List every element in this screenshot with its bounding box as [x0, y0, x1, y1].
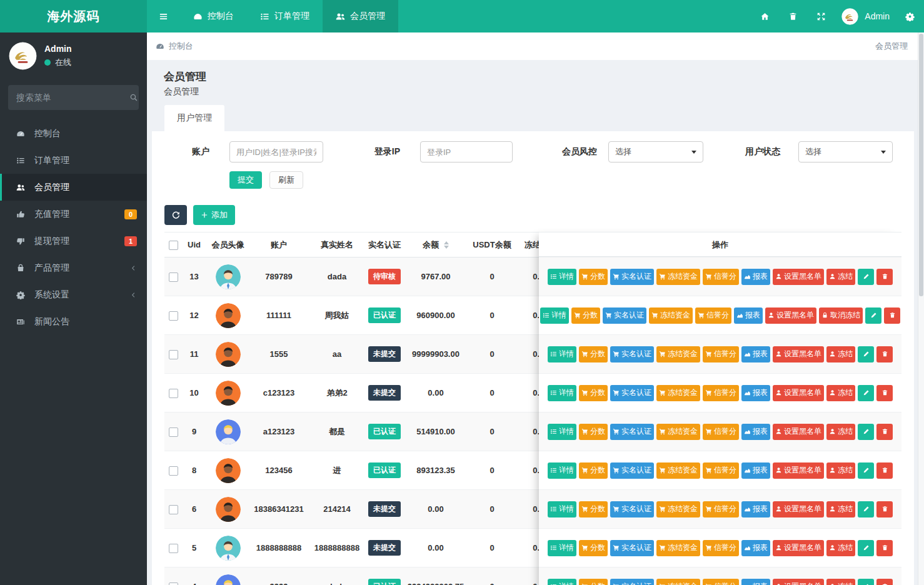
- sidebar-item-recharge[interactable]: 充值管理0: [0, 201, 147, 228]
- action-score-button[interactable]: 分数: [579, 424, 608, 440]
- action-delete-button[interactable]: [876, 269, 893, 285]
- action-real-name-auth-button[interactable]: 实名认证: [610, 346, 654, 362]
- action-real-name-auth-button[interactable]: 实名认证: [610, 385, 654, 401]
- action-freeze-button[interactable]: 冻结: [826, 540, 855, 556]
- row-checkbox[interactable]: [169, 389, 178, 398]
- nav-item-dashboard[interactable]: 控制台: [180, 0, 247, 32]
- sidebar-search-input[interactable]: [16, 92, 129, 102]
- action-real-name-auth-button[interactable]: 实名认证: [610, 579, 654, 585]
- action-freeze-funds-button[interactable]: 冻结资金: [656, 269, 700, 285]
- action-delete-button[interactable]: [876, 540, 893, 556]
- action-details-button[interactable]: 详情: [548, 269, 576, 285]
- action-score-button[interactable]: 分数: [579, 462, 608, 479]
- sidebar-item-withdraw[interactable]: 提现管理1: [0, 228, 147, 254]
- scrollbar[interactable]: [918, 32, 924, 585]
- action-edit-button[interactable]: [858, 385, 874, 401]
- action-report-button[interactable]: 报表: [734, 308, 763, 324]
- action-freeze-funds-button[interactable]: 冻结资金: [656, 462, 700, 479]
- action-details-button[interactable]: 详情: [548, 385, 576, 401]
- action-freeze-button[interactable]: 冻结: [826, 424, 855, 440]
- action-set-blacklist-button[interactable]: 设置黑名单: [773, 579, 824, 585]
- action-freeze-button[interactable]: 冻结: [826, 269, 855, 285]
- fullscreen-button[interactable]: [807, 0, 835, 32]
- action-edit-button[interactable]: [858, 346, 874, 362]
- action-edit-button[interactable]: [858, 269, 874, 285]
- action-details-button[interactable]: 详情: [548, 346, 576, 362]
- action-edit-button[interactable]: [858, 540, 874, 556]
- settings-button[interactable]: [896, 0, 924, 32]
- action-real-name-auth-button[interactable]: 实名认证: [610, 424, 654, 440]
- row-checkbox[interactable]: [169, 505, 178, 514]
- action-delete-button[interactable]: [876, 385, 893, 401]
- action-report-button[interactable]: 报表: [741, 424, 770, 440]
- action-real-name-auth-button[interactable]: 实名认证: [610, 501, 654, 518]
- action-real-name-auth-button[interactable]: 实名认证: [610, 540, 654, 556]
- action-set-blacklist-button[interactable]: 设置黑名单: [765, 308, 816, 324]
- action-score-button[interactable]: 分数: [579, 385, 608, 401]
- action-real-name-auth-button[interactable]: 实名认证: [610, 462, 654, 479]
- action-freeze-funds-button[interactable]: 冻结资金: [656, 385, 700, 401]
- action-credit-score-button[interactable]: 信誉分: [703, 462, 739, 479]
- action-score-button[interactable]: 分数: [579, 501, 608, 518]
- action-freeze-button[interactable]: 冻结: [826, 501, 855, 518]
- action-freeze-funds-button[interactable]: 冻结资金: [656, 424, 700, 440]
- table-refresh-button[interactable]: [164, 205, 187, 225]
- action-delete-button[interactable]: [876, 579, 893, 585]
- action-set-blacklist-button[interactable]: 设置黑名单: [773, 385, 824, 401]
- action-set-blacklist-button[interactable]: 设置黑名单: [773, 424, 824, 440]
- action-score-button[interactable]: 分数: [579, 346, 608, 362]
- action-delete-button[interactable]: [876, 424, 893, 440]
- row-checkbox[interactable]: [169, 428, 178, 437]
- action-freeze-funds-button[interactable]: 冻结资金: [656, 540, 700, 556]
- refresh-button[interactable]: 刷新: [269, 171, 303, 189]
- clear-cache-button[interactable]: [779, 0, 807, 32]
- row-checkbox[interactable]: [169, 582, 178, 585]
- action-score-button[interactable]: 分数: [579, 579, 608, 585]
- action-details-button[interactable]: 详情: [548, 424, 576, 440]
- action-score-button[interactable]: 分数: [571, 308, 600, 324]
- action-edit-button[interactable]: [858, 424, 874, 440]
- action-details-button[interactable]: 详情: [548, 462, 576, 479]
- home-button[interactable]: [751, 0, 779, 32]
- navbar-user[interactable]: Admin: [835, 8, 896, 25]
- action-set-blacklist-button[interactable]: 设置黑名单: [773, 346, 824, 362]
- row-checkbox[interactable]: [169, 272, 178, 282]
- action-credit-score-button[interactable]: 信誉分: [703, 424, 739, 440]
- sidebar-item-orders[interactable]: 订单管理: [0, 147, 147, 174]
- action-credit-score-button[interactable]: 信誉分: [703, 385, 739, 401]
- col-balance-header[interactable]: 余额: [403, 232, 468, 258]
- tab-user-management[interactable]: 用户管理: [164, 105, 224, 131]
- scrollbar-thumb[interactable]: [919, 34, 923, 296]
- sidebar-item-settings[interactable]: 系统设置: [0, 281, 147, 308]
- action-score-button[interactable]: 分数: [579, 540, 608, 556]
- action-freeze-button[interactable]: 冻结: [826, 385, 855, 401]
- action-edit-button[interactable]: [858, 579, 874, 585]
- action-freeze-button[interactable]: 冻结: [826, 462, 855, 479]
- row-checkbox[interactable]: [169, 311, 178, 321]
- action-report-button[interactable]: 报表: [741, 462, 770, 479]
- row-checkbox[interactable]: [169, 466, 178, 476]
- sidebar-toggle-button[interactable]: [147, 0, 180, 32]
- action-freeze-button[interactable]: 冻结: [826, 579, 855, 585]
- account-search-input[interactable]: [229, 141, 323, 162]
- nav-item-members[interactable]: 会员管理: [323, 0, 398, 32]
- sidebar-item-dashboard[interactable]: 控制台: [0, 120, 147, 147]
- action-credit-score-button[interactable]: 信誉分: [703, 501, 739, 518]
- action-real-name-auth-button[interactable]: 实名认证: [603, 308, 646, 324]
- action-edit-button[interactable]: [858, 501, 874, 518]
- action-report-button[interactable]: 报表: [741, 579, 770, 585]
- row-checkbox[interactable]: [169, 350, 178, 359]
- action-delete-button[interactable]: [876, 462, 893, 479]
- action-score-button[interactable]: 分数: [579, 269, 608, 285]
- action-report-button[interactable]: 报表: [741, 346, 770, 362]
- action-freeze-funds-button[interactable]: 冻结资金: [649, 308, 693, 324]
- submit-button[interactable]: 提交: [229, 171, 262, 189]
- action-edit-button[interactable]: [858, 462, 874, 479]
- sidebar-item-news[interactable]: 新闻公告: [0, 308, 147, 335]
- action-delete-button[interactable]: [876, 346, 893, 362]
- action-freeze-funds-button[interactable]: 冻结资金: [656, 346, 700, 362]
- action-details-button[interactable]: 详情: [540, 308, 569, 324]
- action-credit-score-button[interactable]: 信誉分: [703, 346, 739, 362]
- action-details-button[interactable]: 详情: [548, 501, 576, 518]
- action-details-button[interactable]: 详情: [548, 579, 576, 585]
